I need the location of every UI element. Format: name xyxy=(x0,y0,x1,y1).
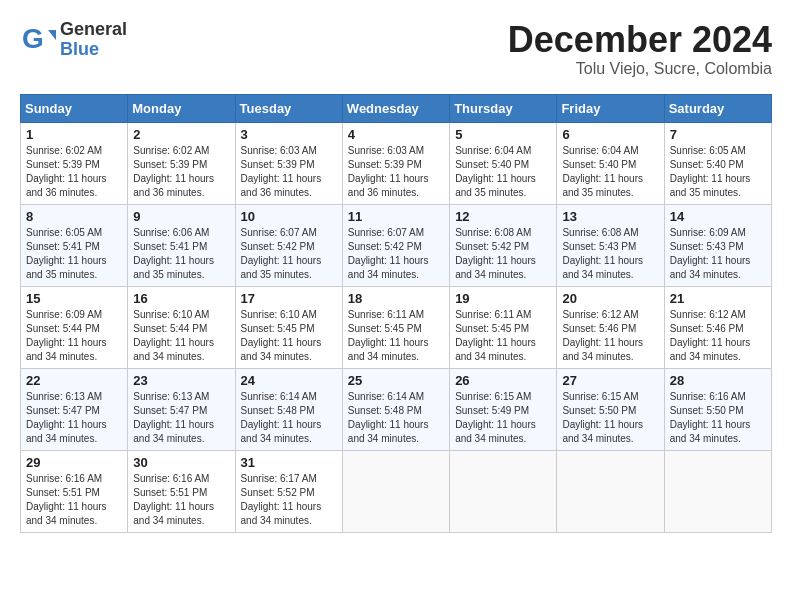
calendar-day-cell: 12Sunrise: 6:08 AM Sunset: 5:42 PM Dayli… xyxy=(450,204,557,286)
day-number: 12 xyxy=(455,209,551,224)
calendar-table: SundayMondayTuesdayWednesdayThursdayFrid… xyxy=(20,94,772,533)
calendar-day-cell xyxy=(450,450,557,532)
day-number: 27 xyxy=(562,373,658,388)
day-details: Sunrise: 6:12 AM Sunset: 5:46 PM Dayligh… xyxy=(670,308,766,364)
logo-icon: G xyxy=(20,22,56,58)
day-number: 14 xyxy=(670,209,766,224)
day-details: Sunrise: 6:08 AM Sunset: 5:43 PM Dayligh… xyxy=(562,226,658,282)
day-number: 6 xyxy=(562,127,658,142)
calendar-day-cell: 24Sunrise: 6:14 AM Sunset: 5:48 PM Dayli… xyxy=(235,368,342,450)
logo: G General Blue xyxy=(20,20,127,60)
calendar-header-row: SundayMondayTuesdayWednesdayThursdayFrid… xyxy=(21,94,772,122)
calendar-day-cell: 25Sunrise: 6:14 AM Sunset: 5:48 PM Dayli… xyxy=(342,368,449,450)
day-details: Sunrise: 6:06 AM Sunset: 5:41 PM Dayligh… xyxy=(133,226,229,282)
day-number: 24 xyxy=(241,373,337,388)
day-number: 20 xyxy=(562,291,658,306)
day-details: Sunrise: 6:03 AM Sunset: 5:39 PM Dayligh… xyxy=(241,144,337,200)
logo-blue-text: Blue xyxy=(60,40,127,60)
calendar-day-cell: 14Sunrise: 6:09 AM Sunset: 5:43 PM Dayli… xyxy=(664,204,771,286)
calendar-day-cell: 5Sunrise: 6:04 AM Sunset: 5:40 PM Daylig… xyxy=(450,122,557,204)
day-number: 4 xyxy=(348,127,444,142)
day-number: 16 xyxy=(133,291,229,306)
calendar-day-cell: 28Sunrise: 6:16 AM Sunset: 5:50 PM Dayli… xyxy=(664,368,771,450)
day-details: Sunrise: 6:16 AM Sunset: 5:50 PM Dayligh… xyxy=(670,390,766,446)
day-number: 8 xyxy=(26,209,122,224)
day-details: Sunrise: 6:05 AM Sunset: 5:41 PM Dayligh… xyxy=(26,226,122,282)
svg-marker-1 xyxy=(48,30,56,40)
calendar-day-cell: 21Sunrise: 6:12 AM Sunset: 5:46 PM Dayli… xyxy=(664,286,771,368)
day-number: 19 xyxy=(455,291,551,306)
calendar-day-cell: 22Sunrise: 6:13 AM Sunset: 5:47 PM Dayli… xyxy=(21,368,128,450)
calendar-body: 1Sunrise: 6:02 AM Sunset: 5:39 PM Daylig… xyxy=(21,122,772,532)
day-number: 7 xyxy=(670,127,766,142)
calendar-day-cell: 9Sunrise: 6:06 AM Sunset: 5:41 PM Daylig… xyxy=(128,204,235,286)
day-number: 18 xyxy=(348,291,444,306)
calendar-day-cell: 1Sunrise: 6:02 AM Sunset: 5:39 PM Daylig… xyxy=(21,122,128,204)
svg-text:G: G xyxy=(22,23,44,54)
calendar-day-cell xyxy=(557,450,664,532)
day-number: 21 xyxy=(670,291,766,306)
day-details: Sunrise: 6:03 AM Sunset: 5:39 PM Dayligh… xyxy=(348,144,444,200)
calendar-week-row: 29Sunrise: 6:16 AM Sunset: 5:51 PM Dayli… xyxy=(21,450,772,532)
day-number: 29 xyxy=(26,455,122,470)
day-number: 10 xyxy=(241,209,337,224)
day-details: Sunrise: 6:15 AM Sunset: 5:50 PM Dayligh… xyxy=(562,390,658,446)
weekday-header: Saturday xyxy=(664,94,771,122)
calendar-day-cell: 2Sunrise: 6:02 AM Sunset: 5:39 PM Daylig… xyxy=(128,122,235,204)
calendar-day-cell: 17Sunrise: 6:10 AM Sunset: 5:45 PM Dayli… xyxy=(235,286,342,368)
day-details: Sunrise: 6:16 AM Sunset: 5:51 PM Dayligh… xyxy=(133,472,229,528)
day-details: Sunrise: 6:10 AM Sunset: 5:44 PM Dayligh… xyxy=(133,308,229,364)
day-details: Sunrise: 6:11 AM Sunset: 5:45 PM Dayligh… xyxy=(348,308,444,364)
day-number: 22 xyxy=(26,373,122,388)
day-details: Sunrise: 6:13 AM Sunset: 5:47 PM Dayligh… xyxy=(26,390,122,446)
day-details: Sunrise: 6:07 AM Sunset: 5:42 PM Dayligh… xyxy=(241,226,337,282)
day-details: Sunrise: 6:14 AM Sunset: 5:48 PM Dayligh… xyxy=(348,390,444,446)
day-number: 30 xyxy=(133,455,229,470)
weekday-header: Sunday xyxy=(21,94,128,122)
calendar-day-cell: 27Sunrise: 6:15 AM Sunset: 5:50 PM Dayli… xyxy=(557,368,664,450)
calendar-day-cell: 16Sunrise: 6:10 AM Sunset: 5:44 PM Dayli… xyxy=(128,286,235,368)
day-number: 23 xyxy=(133,373,229,388)
day-number: 28 xyxy=(670,373,766,388)
calendar-day-cell: 8Sunrise: 6:05 AM Sunset: 5:41 PM Daylig… xyxy=(21,204,128,286)
day-details: Sunrise: 6:10 AM Sunset: 5:45 PM Dayligh… xyxy=(241,308,337,364)
day-details: Sunrise: 6:17 AM Sunset: 5:52 PM Dayligh… xyxy=(241,472,337,528)
calendar-day-cell: 19Sunrise: 6:11 AM Sunset: 5:45 PM Dayli… xyxy=(450,286,557,368)
month-title: December 2024 xyxy=(508,20,772,60)
page-header: G General Blue December 2024 Tolu Viejo,… xyxy=(20,20,772,78)
weekday-header: Wednesday xyxy=(342,94,449,122)
calendar-day-cell: 7Sunrise: 6:05 AM Sunset: 5:40 PM Daylig… xyxy=(664,122,771,204)
day-details: Sunrise: 6:05 AM Sunset: 5:40 PM Dayligh… xyxy=(670,144,766,200)
calendar-day-cell: 3Sunrise: 6:03 AM Sunset: 5:39 PM Daylig… xyxy=(235,122,342,204)
weekday-header: Friday xyxy=(557,94,664,122)
title-block: December 2024 Tolu Viejo, Sucre, Colombi… xyxy=(508,20,772,78)
day-details: Sunrise: 6:14 AM Sunset: 5:48 PM Dayligh… xyxy=(241,390,337,446)
calendar-day-cell xyxy=(664,450,771,532)
calendar-day-cell: 29Sunrise: 6:16 AM Sunset: 5:51 PM Dayli… xyxy=(21,450,128,532)
calendar-day-cell: 30Sunrise: 6:16 AM Sunset: 5:51 PM Dayli… xyxy=(128,450,235,532)
day-details: Sunrise: 6:09 AM Sunset: 5:44 PM Dayligh… xyxy=(26,308,122,364)
day-details: Sunrise: 6:04 AM Sunset: 5:40 PM Dayligh… xyxy=(562,144,658,200)
location-title: Tolu Viejo, Sucre, Colombia xyxy=(508,60,772,78)
day-number: 13 xyxy=(562,209,658,224)
day-number: 15 xyxy=(26,291,122,306)
day-number: 1 xyxy=(26,127,122,142)
day-number: 25 xyxy=(348,373,444,388)
calendar-day-cell: 4Sunrise: 6:03 AM Sunset: 5:39 PM Daylig… xyxy=(342,122,449,204)
day-details: Sunrise: 6:09 AM Sunset: 5:43 PM Dayligh… xyxy=(670,226,766,282)
calendar-week-row: 8Sunrise: 6:05 AM Sunset: 5:41 PM Daylig… xyxy=(21,204,772,286)
day-number: 3 xyxy=(241,127,337,142)
day-details: Sunrise: 6:13 AM Sunset: 5:47 PM Dayligh… xyxy=(133,390,229,446)
calendar-day-cell: 18Sunrise: 6:11 AM Sunset: 5:45 PM Dayli… xyxy=(342,286,449,368)
day-number: 17 xyxy=(241,291,337,306)
day-number: 11 xyxy=(348,209,444,224)
weekday-header: Tuesday xyxy=(235,94,342,122)
calendar-week-row: 22Sunrise: 6:13 AM Sunset: 5:47 PM Dayli… xyxy=(21,368,772,450)
calendar-week-row: 15Sunrise: 6:09 AM Sunset: 5:44 PM Dayli… xyxy=(21,286,772,368)
day-details: Sunrise: 6:15 AM Sunset: 5:49 PM Dayligh… xyxy=(455,390,551,446)
calendar-day-cell: 20Sunrise: 6:12 AM Sunset: 5:46 PM Dayli… xyxy=(557,286,664,368)
calendar-week-row: 1Sunrise: 6:02 AM Sunset: 5:39 PM Daylig… xyxy=(21,122,772,204)
day-details: Sunrise: 6:07 AM Sunset: 5:42 PM Dayligh… xyxy=(348,226,444,282)
calendar-day-cell: 13Sunrise: 6:08 AM Sunset: 5:43 PM Dayli… xyxy=(557,204,664,286)
day-details: Sunrise: 6:11 AM Sunset: 5:45 PM Dayligh… xyxy=(455,308,551,364)
